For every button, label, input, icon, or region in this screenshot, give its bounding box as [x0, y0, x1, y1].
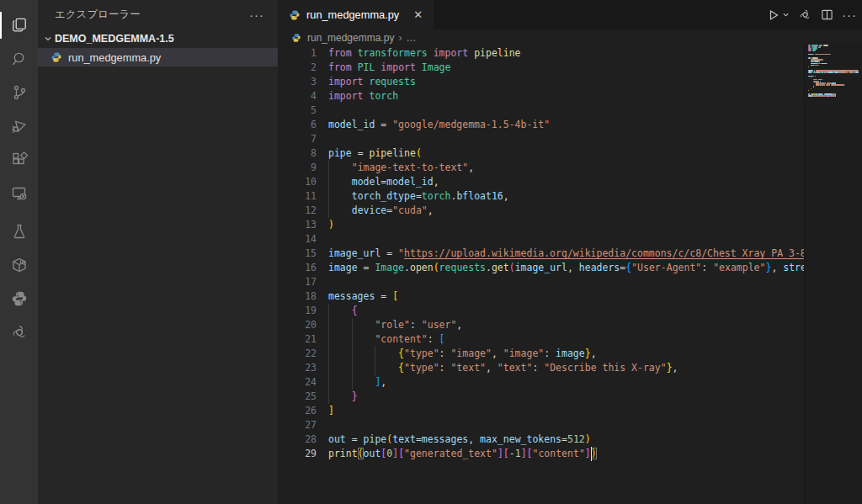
- run-file-button[interactable]: [767, 8, 790, 22]
- indent-guide: [375, 347, 375, 361]
- breadcrumb-file[interactable]: run_medgemma.py: [307, 32, 394, 44]
- code-token: ): [328, 219, 334, 231]
- explorer-more-actions-icon[interactable]: ···: [246, 8, 268, 22]
- code-line: 2from PIL import Image: [278, 61, 804, 75]
- minimap-line: [849, 72, 854, 73]
- openai-chat-icon[interactable]: [0, 316, 38, 349]
- line-number: 5: [278, 103, 317, 118]
- code-line: 11 torch_dtype=torch.bfloat16,: [278, 189, 804, 204]
- code-token: .: [486, 262, 492, 273]
- remote-explorer-icon[interactable]: [0, 177, 38, 210]
- code-token: =: [380, 247, 398, 259]
- minimap-line: [827, 63, 827, 65]
- extensions-icon[interactable]: [0, 143, 38, 177]
- code-token: pipe: [364, 433, 387, 445]
- code-token: ,: [492, 347, 503, 359]
- python-icon[interactable]: [0, 282, 38, 316]
- indent-guide: [352, 332, 353, 347]
- code-token: 1: [515, 448, 521, 459]
- line-number: 16: [278, 261, 317, 275]
- code-token: from: [328, 61, 352, 73]
- code-token: [: [439, 333, 445, 345]
- explorer-icon[interactable]: [0, 8, 38, 42]
- minimap-line: [816, 95, 826, 97]
- indent-guide: [375, 361, 375, 375]
- code-line: 20 "role": "user",: [278, 318, 804, 332]
- code-token: [328, 204, 352, 216]
- indent-guide: [352, 318, 353, 332]
- breadcrumb-symbol[interactable]: …: [406, 32, 416, 44]
- split-editor-button[interactable]: [821, 8, 833, 21]
- code-token: transformers: [358, 47, 428, 59]
- code-token: ,: [456, 319, 462, 331]
- code-token: =: [358, 262, 375, 273]
- python-file-icon: [291, 32, 303, 44]
- minimap[interactable]: [804, 42, 862, 504]
- code-token: =: [375, 119, 392, 130]
- testing-flask-icon[interactable]: [0, 215, 38, 248]
- code-token: [328, 347, 398, 359]
- code-line: 5: [278, 103, 804, 118]
- code-token: image_url: [328, 247, 380, 259]
- code-token: =: [416, 190, 422, 202]
- code-line: 16image = Image.open(requests.get(image_…: [278, 261, 804, 275]
- code-token: model: [352, 176, 381, 188]
- code-token: [: [527, 448, 533, 459]
- code-token: "Describe this X-ray": [544, 362, 666, 374]
- minimap-line: [818, 46, 822, 48]
- line-number: 6: [278, 118, 317, 132]
- code-token: ": [398, 247, 404, 259]
- line-number: 23: [278, 361, 317, 375]
- code-token: from: [328, 47, 352, 59]
- code-token: .: [404, 262, 410, 273]
- code-token: torch: [369, 90, 398, 102]
- indent-guide: [352, 361, 353, 375]
- file-row-run-medgemma[interactable]: run_medgemma.py: [38, 48, 278, 66]
- code-token: 512: [567, 433, 585, 445]
- code-token: [328, 362, 398, 374]
- code-line: 8pipe = pipeline(: [278, 146, 804, 161]
- line-number: 3: [278, 75, 317, 89]
- code-token: }: [585, 347, 591, 359]
- tab-close-icon[interactable]: ✕: [411, 8, 425, 22]
- folder-row-demo-medgemma[interactable]: DEMO_MEDGEMMA-1.5: [38, 29, 278, 48]
- code-token: "cuda": [392, 204, 428, 216]
- code-token: ,: [503, 190, 509, 202]
- tab-run-medgemma[interactable]: run_medgemma.py ✕: [278, 0, 434, 29]
- source-control-icon[interactable]: [0, 76, 38, 109]
- containers-icon[interactable]: [0, 248, 38, 282]
- code-token: [416, 61, 422, 73]
- indent-guide: [328, 304, 329, 318]
- more-actions-button[interactable]: ···: [842, 8, 857, 22]
- indent-guide: [328, 318, 329, 332]
- code-line: 6model_id = "google/medgemma-1.5-4b-it": [278, 118, 804, 132]
- minimap-line: [829, 84, 830, 86]
- minimap-line: [808, 50, 811, 51]
- indent-guide: [352, 375, 353, 390]
- code-editor[interactable]: 1from transformers import pipeline2from …: [278, 46, 804, 504]
- code-token: ]: [328, 405, 334, 416]
- code-token: "role": [375, 319, 410, 331]
- code-token: }: [667, 362, 673, 374]
- minimap-line: [815, 54, 831, 56]
- code-token: model_id: [386, 176, 433, 188]
- code-token: "type": [404, 347, 439, 359]
- code-line: 1from transformers import pipeline: [278, 46, 804, 61]
- code-token: (: [416, 147, 422, 159]
- line-number: 2: [278, 61, 317, 75]
- code-token: max_new_tokens: [480, 433, 561, 445]
- code-token: pipe: [328, 147, 352, 159]
- activity-bar: [0, 0, 38, 504]
- minimap-line: [847, 72, 848, 73]
- code-token: pipeline: [474, 47, 520, 59]
- minimap-line: [808, 76, 813, 77]
- code-token: messages: [328, 290, 375, 302]
- code-token: =: [375, 290, 392, 302]
- code-token: PIL: [358, 61, 375, 73]
- code-token: "content": [533, 448, 585, 459]
- run-and-debug-icon[interactable]: [0, 109, 38, 143]
- code-token: :: [428, 333, 439, 345]
- search-icon[interactable]: [0, 42, 38, 76]
- code-token: ,: [771, 262, 783, 273]
- openai-chat-button[interactable]: [798, 8, 812, 22]
